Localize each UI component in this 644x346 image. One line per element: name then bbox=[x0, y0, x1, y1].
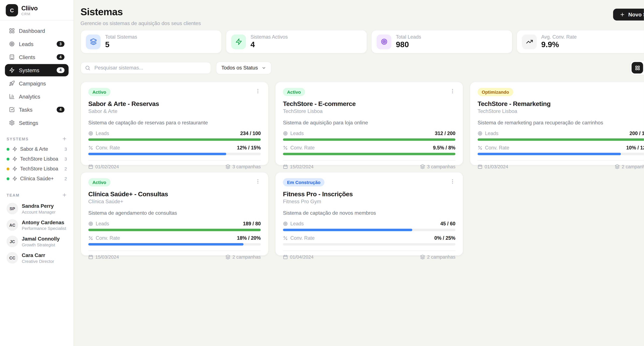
sidebar-nav-item[interactable]: Leads 3 bbox=[5, 38, 69, 50]
conv-progress-fill bbox=[478, 153, 621, 155]
leads-label: Leads bbox=[290, 130, 304, 136]
sidebar-nav-item[interactable]: Clients 4 bbox=[5, 51, 69, 63]
system-item-count: 3 bbox=[64, 146, 67, 152]
conv-rate-label: Conv. Rate bbox=[96, 235, 120, 241]
team-section-header: TEAM bbox=[0, 184, 74, 200]
team-member[interactable]: SP Sandra Perry Account Manager bbox=[0, 200, 74, 217]
system-item-name: Clínica Saúde+ bbox=[20, 176, 54, 182]
sidebar-system-item[interactable]: TechStore Lisboa 3 bbox=[0, 154, 74, 164]
sidebar-nav-item[interactable]: Tasks 4 bbox=[5, 104, 69, 116]
system-card-title: TechStore - Remarketing bbox=[478, 100, 644, 108]
team-member[interactable]: JC Jamal Connolly Growth Strategist bbox=[0, 233, 74, 250]
avatar: AC bbox=[6, 219, 18, 231]
tasks-icon bbox=[9, 107, 15, 112]
leads-value: 189 / 80 bbox=[243, 221, 261, 227]
grid-view-button[interactable] bbox=[632, 62, 643, 74]
conv-rate-value: 0% / 25% bbox=[434, 235, 456, 241]
member-name: Cara Carr bbox=[22, 252, 54, 258]
leads-progress-fill bbox=[88, 138, 261, 141]
kebab-menu-icon[interactable] bbox=[255, 178, 261, 185]
search-box[interactable] bbox=[80, 62, 211, 74]
sidebar-nav-item[interactable]: Dashboard bbox=[5, 25, 69, 37]
sidebar-system-item[interactable]: Clínica Saúde+ 2 bbox=[0, 174, 74, 184]
status-dot bbox=[6, 158, 10, 160]
conv-rate-value: 10% / 12% bbox=[626, 145, 644, 151]
card-campaigns: 3 campanhas bbox=[232, 164, 260, 169]
card-date: 01/04/2024 bbox=[290, 254, 314, 260]
system-card-description: Sistema de remarketing para recuperação … bbox=[478, 120, 644, 126]
leads-label: Leads bbox=[96, 130, 109, 136]
team-member[interactable]: AC Antony Cardenas Performance Specialis… bbox=[0, 217, 74, 233]
system-item-count: 2 bbox=[64, 176, 67, 181]
leads-label: Leads bbox=[96, 221, 109, 227]
system-card[interactable]: Activo Clínica Saúde+ - Consultas Clínic… bbox=[80, 172, 268, 256]
new-system-button[interactable]: Novo Sistema bbox=[613, 8, 644, 20]
target-icon bbox=[88, 131, 93, 136]
card-divider bbox=[478, 160, 644, 160]
zap-icon bbox=[12, 146, 17, 152]
member-role: Creative Director bbox=[22, 258, 54, 264]
conv-progress-fill bbox=[283, 153, 456, 155]
kebab-menu-icon[interactable] bbox=[450, 88, 456, 94]
conv-rate-value: 18% / 20% bbox=[237, 235, 261, 241]
member-role: Performance Specialist bbox=[22, 226, 66, 231]
calendar-icon bbox=[283, 164, 288, 169]
layers-icon bbox=[90, 38, 96, 45]
target-icon bbox=[88, 221, 93, 226]
conv-progress-track bbox=[283, 153, 456, 155]
sidebar-nav-item[interactable]: Settings bbox=[5, 117, 69, 129]
stat-card: Total Leads 980 bbox=[371, 30, 512, 54]
sidebar-system-item[interactable]: TechStore Lisboa 2 bbox=[0, 164, 74, 174]
kebab-menu-icon[interactable] bbox=[255, 88, 261, 94]
system-cards-grid: Activo Sabor & Arte - Reservas Sabor & A… bbox=[80, 82, 644, 256]
calendar-icon bbox=[88, 164, 93, 169]
card-campaigns: 2 campanhas bbox=[427, 254, 455, 260]
system-card-client: TechStore Lisboa bbox=[283, 108, 456, 114]
stat-label: Avg. Conv. Rate bbox=[541, 34, 577, 40]
add-system-icon[interactable] bbox=[62, 136, 67, 141]
conv-rate-label: Conv. Rate bbox=[96, 145, 120, 151]
conv-progress-track bbox=[88, 243, 261, 246]
search-input[interactable] bbox=[94, 64, 207, 71]
zap-icon bbox=[235, 38, 242, 45]
status-filter-select[interactable]: Todos os Status bbox=[216, 62, 272, 74]
system-card[interactable]: Optimizando TechStore - Remarketing Tech… bbox=[470, 82, 644, 166]
leads-label: Leads bbox=[290, 221, 304, 227]
system-card-title: Sabor & Arte - Reservas bbox=[88, 100, 261, 108]
system-card[interactable]: Em Construção Fitness Pro - Inscrições F… bbox=[275, 172, 463, 256]
card-campaigns: 2 campanhas bbox=[232, 254, 260, 260]
trending-up-icon bbox=[526, 38, 533, 45]
add-member-icon[interactable] bbox=[62, 192, 67, 198]
conv-rate-label: Conv. Rate bbox=[290, 235, 314, 241]
sidebar-nav-item[interactable]: Analytics bbox=[5, 90, 69, 102]
sidebar-system-item[interactable]: Sabor & Arte 3 bbox=[0, 144, 74, 154]
card-divider bbox=[88, 160, 261, 160]
system-card[interactable]: Activo Sabor & Arte - Reservas Sabor & A… bbox=[80, 82, 268, 166]
system-card[interactable]: Activo TechStore - E-commerce TechStore … bbox=[275, 82, 463, 166]
team-member[interactable]: CC Cara Carr Creative Director bbox=[0, 250, 74, 266]
target-icon bbox=[9, 41, 15, 47]
sidebar-nav-item[interactable]: Campaigns bbox=[5, 77, 69, 90]
kebab-menu-icon[interactable] bbox=[450, 178, 456, 185]
status-badge: Activo bbox=[88, 88, 110, 96]
view-toggle bbox=[630, 60, 644, 75]
nav-item-label: Campaigns bbox=[19, 80, 46, 86]
system-card-title: Clínica Saúde+ - Consultas bbox=[88, 190, 261, 198]
system-card-client: TechStore Lisboa bbox=[478, 108, 644, 114]
system-item-name: TechStore Lisboa bbox=[20, 156, 58, 162]
search-icon bbox=[85, 65, 90, 70]
card-divider bbox=[283, 160, 456, 160]
stat-card: Avg. Conv. Rate 9.9% bbox=[516, 30, 644, 54]
calendar-icon bbox=[478, 164, 482, 169]
leads-value: 45 / 60 bbox=[440, 221, 455, 227]
member-name: Sandra Perry bbox=[22, 203, 56, 209]
leads-label: Leads bbox=[485, 130, 498, 136]
page-title: Sistemas bbox=[80, 6, 644, 18]
system-card-title: Fitness Pro - Inscrições bbox=[283, 190, 456, 198]
sidebar-nav-item[interactable]: Systems 4 bbox=[5, 64, 69, 76]
calendar-icon bbox=[88, 254, 93, 260]
system-item-count: 3 bbox=[64, 156, 67, 161]
nav-item-label: Dashboard bbox=[19, 28, 45, 34]
layers-icon bbox=[226, 164, 230, 169]
nav-item-badge: 3 bbox=[56, 41, 64, 47]
